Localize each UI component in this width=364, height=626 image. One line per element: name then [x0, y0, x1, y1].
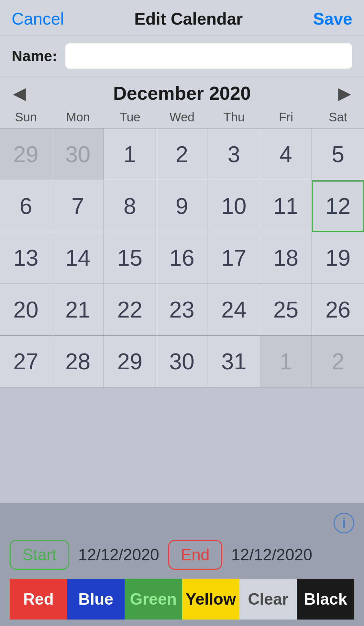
calendar-day[interactable]: 26 [312, 284, 364, 336]
day-number: 8 [124, 193, 136, 219]
end-date: 12/12/2020 [231, 545, 312, 564]
calendar-grid: 2930123456789101112131415161718192021222… [0, 128, 364, 387]
calendar-day[interactable]: 12 [312, 180, 364, 232]
day-number: 27 [13, 349, 39, 374]
calendar-day[interactable]: 14 [52, 232, 104, 284]
day-header: Tue [104, 107, 156, 128]
day-number: 10 [221, 193, 247, 219]
day-number: 4 [280, 141, 292, 167]
calendar-day[interactable]: 27 [0, 336, 52, 387]
day-number: 11 [273, 193, 298, 219]
day-number: 21 [65, 297, 91, 323]
calendar-day[interactable]: 23 [156, 284, 208, 336]
day-number: 31 [221, 349, 247, 374]
calendar-day[interactable]: 19 [312, 232, 364, 284]
bottom-bar: i Start 12/12/2020 End 12/12/2020 RedBlu… [0, 503, 364, 626]
day-number: 3 [227, 141, 240, 167]
calendar-day[interactable]: 28 [52, 336, 104, 387]
name-input[interactable] [65, 43, 352, 69]
day-header: Sat [312, 107, 364, 128]
calendar-day[interactable]: 20 [0, 284, 52, 336]
calendar-day[interactable]: 6 [0, 180, 52, 232]
date-row: Start 12/12/2020 End 12/12/2020 [10, 540, 354, 570]
day-number: 22 [117, 297, 142, 323]
day-number: 7 [72, 193, 84, 219]
day-number: 12 [325, 193, 351, 219]
info-icon[interactable]: i [334, 513, 354, 533]
calendar-day[interactable]: 29 [0, 129, 52, 180]
day-header: Fri [260, 107, 312, 128]
day-number: 6 [19, 193, 32, 219]
day-number: 19 [325, 245, 351, 271]
day-number: 17 [221, 245, 247, 271]
calendar-day[interactable]: 31 [208, 336, 260, 387]
calendar-day[interactable]: 29 [104, 336, 156, 387]
calendar-day[interactable]: 11 [260, 180, 312, 232]
day-number: 30 [65, 141, 91, 167]
day-number: 15 [117, 245, 142, 271]
calendar-day[interactable]: 2 [312, 336, 364, 387]
calendar-day[interactable]: 16 [156, 232, 208, 284]
name-row: Name: [0, 36, 364, 76]
calendar-day[interactable]: 5 [312, 129, 364, 180]
calendar-day[interactable]: 22 [104, 284, 156, 336]
prev-month-button[interactable]: ◀ [13, 85, 26, 102]
day-header: Sun [0, 107, 52, 128]
day-number: 2 [176, 141, 188, 167]
day-number: 5 [332, 141, 344, 167]
color-button-clear[interactable]: Clear [239, 579, 297, 620]
calendar-day[interactable]: 13 [0, 232, 52, 284]
calendar-day[interactable]: 4 [260, 129, 312, 180]
calendar-day[interactable]: 10 [208, 180, 260, 232]
calendar-day[interactable]: 18 [260, 232, 312, 284]
calendar-day[interactable]: 7 [52, 180, 104, 232]
day-number: 29 [117, 349, 142, 374]
color-button-yellow[interactable]: Yellow [182, 579, 240, 620]
name-label: Name: [12, 47, 57, 65]
day-number: 13 [13, 245, 39, 271]
calendar-day[interactable]: 30 [52, 129, 104, 180]
calendar-day[interactable]: 25 [260, 284, 312, 336]
header: Cancel Edit Calendar Save [0, 0, 364, 36]
calendar-day[interactable]: 1 [260, 336, 312, 387]
day-number: 23 [169, 297, 194, 323]
day-headers: SunMonTueWedThuFriSat [0, 107, 364, 128]
start-button[interactable]: Start [10, 540, 69, 570]
calendar-day[interactable]: 30 [156, 336, 208, 387]
calendar-day[interactable]: 2 [156, 129, 208, 180]
day-number: 26 [325, 297, 351, 323]
end-button[interactable]: End [168, 540, 222, 570]
calendar-day[interactable]: 8 [104, 180, 156, 232]
calendar-day[interactable]: 24 [208, 284, 260, 336]
calendar-nav: ◀ December 2020 ▶ [0, 76, 364, 107]
calendar-day[interactable]: 9 [156, 180, 208, 232]
page-title: Edit Calendar [134, 9, 243, 28]
day-number: 20 [13, 297, 39, 323]
day-number: 28 [65, 349, 91, 374]
day-number: 25 [273, 297, 298, 323]
day-header: Thu [208, 107, 260, 128]
calendar-day[interactable]: 17 [208, 232, 260, 284]
color-button-black[interactable]: Black [297, 579, 355, 620]
color-button-red[interactable]: Red [10, 579, 67, 620]
color-button-green[interactable]: Green [125, 579, 182, 620]
day-header: Wed [156, 107, 208, 128]
calendar-day[interactable]: 21 [52, 284, 104, 336]
calendar-day[interactable]: 15 [104, 232, 156, 284]
color-buttons: RedBlueGreenYellowClearBlack [10, 579, 354, 620]
day-header: Mon [52, 107, 104, 128]
next-month-button[interactable]: ▶ [338, 85, 351, 102]
calendar-day[interactable]: 1 [104, 129, 156, 180]
day-number: 1 [280, 349, 292, 374]
info-row: i [10, 513, 354, 533]
empty-area [0, 387, 364, 503]
day-number: 1 [124, 141, 136, 167]
cancel-button[interactable]: Cancel [12, 9, 64, 28]
calendar-day[interactable]: 3 [208, 129, 260, 180]
color-button-blue[interactable]: Blue [67, 579, 125, 620]
day-number: 29 [13, 141, 39, 167]
day-number: 9 [176, 193, 188, 219]
day-number: 24 [221, 297, 247, 323]
save-button[interactable]: Save [313, 9, 352, 28]
day-number: 2 [332, 349, 344, 374]
